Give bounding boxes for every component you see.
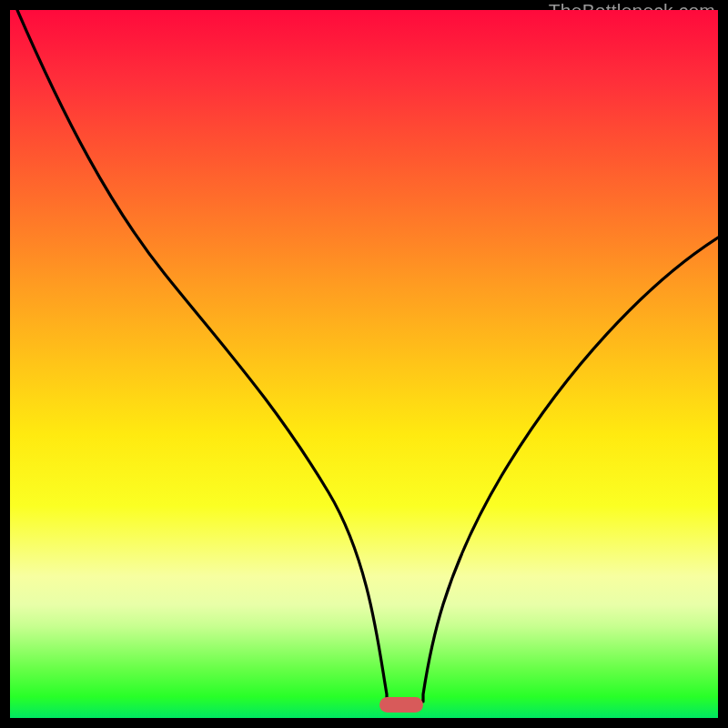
bottleneck-curve — [10, 10, 718, 718]
plot-area — [10, 10, 718, 718]
curve-path — [17, 10, 718, 702]
optimal-range-marker — [379, 697, 423, 713]
